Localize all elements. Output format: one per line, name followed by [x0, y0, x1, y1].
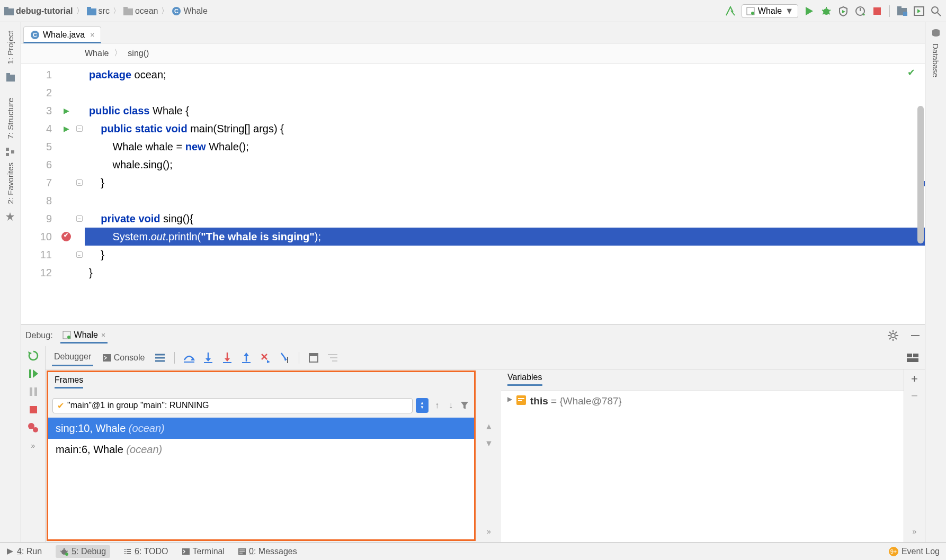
filter-icon[interactable]: [459, 400, 470, 411]
remove-watch-icon[interactable]: −: [908, 390, 921, 402]
rerun-icon[interactable]: [27, 349, 40, 362]
tool-window-database[interactable]: Database: [931, 38, 940, 83]
scrollbar-thumb[interactable]: [917, 106, 924, 243]
project-structure-icon[interactable]: [896, 5, 908, 17]
more-icon[interactable]: »: [483, 525, 495, 538]
pause-icon[interactable]: [27, 385, 40, 398]
fold-end-icon[interactable]: ⌄: [76, 251, 83, 258]
code-editor[interactable]: 1 2 3 4 5 6 7 8 9 10 11 12 ▶ ▶: [21, 64, 925, 324]
tool-window-structure[interactable]: 7: Structure: [6, 93, 15, 144]
step-out-icon[interactable]: [240, 352, 252, 364]
thread-label: "main"@1 in group "main": RUNNING: [67, 401, 209, 410]
profile-icon[interactable]: [854, 5, 866, 17]
step-over-icon[interactable]: [183, 352, 195, 364]
debug-icon[interactable]: [820, 5, 832, 17]
frames-title[interactable]: Frames: [55, 375, 83, 389]
close-icon[interactable]: ×: [101, 331, 105, 339]
tab-debugger[interactable]: Debugger: [52, 349, 93, 366]
force-step-into-icon[interactable]: [221, 352, 233, 364]
debug-title: Debug:: [25, 331, 53, 340]
expand-icon[interactable]: ▶: [507, 395, 512, 403]
layout-settings-icon[interactable]: [907, 352, 918, 364]
search-everywhere-icon[interactable]: [913, 5, 925, 17]
minimize-icon[interactable]: [910, 330, 921, 341]
run-icon[interactable]: [804, 5, 815, 17]
line-number[interactable]: 8: [21, 192, 58, 210]
line-number[interactable]: 12: [21, 264, 58, 282]
tab-console[interactable]: Console: [101, 350, 147, 366]
breadcrumb-item-class[interactable]: C Whale: [172, 6, 207, 16]
status-event-log[interactable]: 9+ Event Log: [889, 547, 940, 556]
svg-rect-79: [309, 354, 318, 356]
close-tab-icon[interactable]: ×: [90, 31, 94, 39]
line-number[interactable]: 10: [21, 228, 58, 246]
status-todo[interactable]: 6: TODO: [124, 547, 168, 556]
view-breakpoints-icon[interactable]: [27, 421, 40, 434]
svg-rect-24: [903, 12, 907, 16]
frame-item[interactable]: sing:10, Whale (ocean): [48, 418, 474, 439]
status-debug[interactable]: 5: Debug: [56, 545, 110, 558]
tool-window-favorites[interactable]: 2: Favorites: [6, 157, 15, 209]
arrow-up-icon[interactable]: ↑: [432, 400, 442, 411]
stop-icon[interactable]: [871, 5, 883, 17]
scroll-down-icon[interactable]: ▼: [483, 437, 495, 450]
thread-selector[interactable]: ✔ "main"@1 in group "main": RUNNING: [52, 398, 413, 413]
class-icon: C: [30, 30, 40, 40]
svg-rect-5: [123, 7, 128, 10]
line-number[interactable]: 2: [21, 84, 58, 102]
gear-icon[interactable]: [888, 330, 898, 341]
line-number[interactable]: 4: [21, 120, 58, 138]
run-gutter-icon[interactable]: ▶: [64, 124, 69, 133]
status-terminal[interactable]: Terminal: [182, 547, 225, 556]
variables-title[interactable]: Variables: [507, 373, 542, 386]
variables-tree[interactable]: ▶ this = {Whale@787}: [501, 391, 904, 542]
line-number[interactable]: 7: [21, 174, 58, 192]
build-icon[interactable]: [725, 5, 736, 17]
coverage-icon[interactable]: [837, 5, 849, 17]
run-config-selector[interactable]: Whale ▼: [742, 4, 798, 18]
trace-icon[interactable]: [327, 352, 338, 364]
threads-icon[interactable]: [154, 352, 166, 364]
debug-session-tab[interactable]: Whale ×: [60, 327, 108, 344]
crumb-method[interactable]: sing(): [128, 49, 149, 58]
status-messages[interactable]: 0: Messages: [238, 547, 297, 556]
search-icon[interactable]: [930, 5, 942, 17]
code-lines[interactable]: package ocean; public class Whale { publ…: [85, 64, 925, 324]
more-icon[interactable]: »: [27, 439, 40, 452]
run-gutter-icon[interactable]: ▶: [64, 106, 69, 115]
fold-icon[interactable]: −: [76, 215, 83, 222]
breakpoint-icon[interactable]: [61, 232, 71, 241]
scroll-up-icon[interactable]: ▲: [483, 420, 495, 433]
svg-point-38: [67, 336, 70, 339]
more-icon[interactable]: »: [908, 525, 921, 538]
resume-icon[interactable]: [27, 367, 40, 380]
arrow-down-icon[interactable]: ↓: [445, 400, 456, 411]
svg-line-45: [895, 338, 897, 339]
line-number[interactable]: 1: [21, 66, 58, 84]
line-number[interactable]: 5: [21, 138, 58, 156]
line-number[interactable]: 3: [21, 102, 58, 120]
breadcrumb-item-project[interactable]: debug-tutorial: [4, 6, 73, 16]
fold-end-icon[interactable]: ⌄: [76, 179, 83, 186]
breadcrumb-item-src[interactable]: src: [87, 6, 110, 16]
breadcrumb-item-ocean[interactable]: ocean: [123, 6, 158, 16]
inspection-ok-icon[interactable]: ✔: [907, 67, 915, 78]
line-number[interactable]: 11: [21, 246, 58, 264]
crumb-class[interactable]: Whale: [85, 49, 109, 58]
line-number[interactable]: 6: [21, 156, 58, 174]
status-run[interactable]: 4: Run: [6, 547, 42, 556]
step-into-icon[interactable]: [202, 352, 214, 364]
file-tab[interactable]: C Whale.java ×: [23, 26, 101, 43]
svg-point-93: [65, 553, 68, 556]
variable-name: this: [530, 395, 548, 407]
drop-frame-icon[interactable]: [260, 352, 271, 364]
fold-icon[interactable]: −: [76, 125, 83, 132]
run-to-cursor-icon[interactable]: [279, 352, 290, 364]
stop-icon[interactable]: [27, 403, 40, 416]
line-number[interactable]: 9: [21, 210, 58, 228]
thread-dropdown-icon[interactable]: ▲▼: [416, 398, 429, 413]
add-watch-icon[interactable]: +: [908, 373, 921, 385]
tool-window-project[interactable]: 1: Project: [6, 25, 15, 69]
evaluate-icon[interactable]: [308, 352, 319, 364]
frame-item[interactable]: main:6, Whale (ocean): [48, 439, 474, 460]
